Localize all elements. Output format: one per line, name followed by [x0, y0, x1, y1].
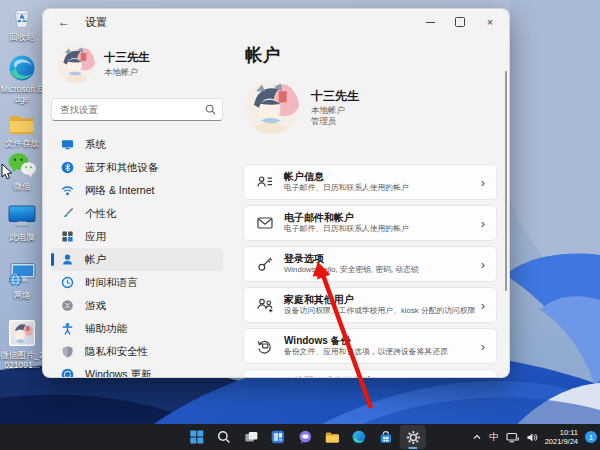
- start-icon: [190, 430, 204, 444]
- sidebar-item-label: 应用: [85, 230, 106, 244]
- settings-window: ← 设置 ×: [42, 8, 510, 378]
- gaming-icon: [61, 299, 74, 312]
- chat-icon: [297, 430, 312, 444]
- sidebar-item-privacy-security[interactable]: 隐私和安全性: [51, 340, 223, 363]
- windows-update-icon: [61, 368, 74, 378]
- network-wifi-icon: [61, 184, 74, 197]
- card-email-accounts[interactable]: 电子邮件和帐户 电子邮件、日历和联系人使用的帐户 ›: [243, 205, 497, 241]
- sidebar-user-type: 本地帐户: [104, 67, 150, 79]
- desktop-icon-label: 微信: [0, 181, 44, 191]
- chat-button[interactable]: [292, 425, 318, 449]
- chevron-right-icon: ›: [481, 216, 485, 231]
- clock[interactable]: 10:11 2021/9/24: [545, 428, 578, 446]
- desktop-icon-this-pc[interactable]: 此电脑: [0, 203, 44, 242]
- card-work-school-account[interactable]: 连接工作或学校帐户: [243, 369, 497, 378]
- task-view-icon: [243, 430, 258, 444]
- sidebar-item-label: 网络 & Internet: [85, 184, 154, 198]
- edge-button[interactable]: [346, 425, 372, 449]
- card-account-info[interactable]: 帐户信息 电子邮件、日历和联系人使用的帐户 ›: [243, 164, 497, 200]
- card-title: Windows 备份: [284, 335, 448, 347]
- desktop-icon-label: 此电脑: [0, 232, 44, 242]
- maximize-button[interactable]: [445, 9, 475, 35]
- store-button[interactable]: [373, 425, 399, 449]
- card-title: 帐户信息: [284, 171, 409, 183]
- card-title: 电子邮件和帐户: [284, 212, 409, 224]
- mouse-cursor-icon: [1, 163, 13, 180]
- sidebar-item-personalization[interactable]: 个性化: [51, 202, 223, 225]
- work-school-icon: [256, 376, 274, 378]
- file-explorer-button[interactable]: [319, 425, 345, 449]
- settings-button[interactable]: [400, 425, 426, 449]
- profile-role: 管理员: [311, 116, 359, 127]
- close-button[interactable]: ×: [475, 9, 505, 35]
- account-info-icon: [256, 173, 274, 191]
- sidebar-item-label: 游戏: [85, 299, 106, 313]
- sidebar-item-accounts[interactable]: 帐户: [51, 248, 223, 271]
- sidebar-item-gaming[interactable]: 游戏: [51, 294, 223, 317]
- network-icon: [7, 261, 37, 288]
- this-pc-icon: [7, 203, 37, 230]
- settings-icon: [405, 430, 420, 445]
- store-icon: [379, 430, 393, 444]
- scrollbar[interactable]: [505, 71, 507, 291]
- notification-badge[interactable]: 1: [585, 431, 597, 443]
- profile-avatar: [245, 80, 299, 134]
- sidebar-item-accessibility[interactable]: 辅助功能: [51, 317, 223, 340]
- card-title: 连接工作或学校帐户: [284, 376, 374, 378]
- settings-main-pane: 帐户 十三: [233, 35, 509, 378]
- sidebar-item-system[interactable]: 系统: [51, 133, 223, 156]
- card-title: 家庭和其他用户: [284, 294, 475, 306]
- card-family-other-users[interactable]: 家庭和其他用户 设备访问权限、工作或学校用户、kiosk 分配的访问权限 ›: [243, 287, 497, 323]
- apps-icon: [61, 230, 74, 243]
- search-input[interactable]: [51, 98, 223, 121]
- email-icon: [256, 214, 274, 232]
- desktop-icon-label: 微信图片_2021091...: [0, 350, 44, 370]
- tray-chevron-up-icon[interactable]: [472, 432, 482, 442]
- settings-search: [51, 98, 223, 121]
- sidebar-item-label: 蓝牙和其他设备: [85, 161, 159, 175]
- account-profile: 十三先生 本地帐户 管理员: [245, 80, 509, 134]
- start-button[interactable]: [184, 425, 210, 449]
- minimize-button[interactable]: [415, 9, 445, 35]
- widgets-button[interactable]: [265, 425, 291, 449]
- sidebar-user[interactable]: 十三先生 本地帐户: [57, 42, 223, 86]
- sidebar-item-label: 辅助功能: [85, 322, 127, 336]
- desktop-icon-folder[interactable]: 文件存放: [0, 112, 44, 148]
- back-button[interactable]: ←: [51, 15, 77, 29]
- card-windows-backup[interactable]: Windows 备份 备份文件、应用和首选项，以便跨设备将其还原 ›: [243, 328, 497, 364]
- page-title: 帐户: [245, 43, 509, 67]
- search-button[interactable]: [211, 425, 237, 449]
- desktop-icon-image-file[interactable]: 微信图片_2021091...: [0, 318, 44, 370]
- window-title: 设置: [85, 15, 107, 30]
- sidebar-item-time-language[interactable]: 时间和语言: [51, 271, 223, 294]
- volume-tray-icon[interactable]: [526, 432, 538, 443]
- sidebar-nav: 系统 蓝牙和其他设备 网络 & Internet: [51, 133, 223, 378]
- sidebar-item-windows-update[interactable]: Windows 更新: [51, 363, 223, 378]
- settings-cards: 帐户信息 电子邮件、日历和联系人使用的帐户 › 电子邮件和帐户 电子邮: [243, 164, 497, 378]
- recycle-bin-icon: [9, 4, 35, 30]
- ime-indicator[interactable]: 中: [489, 431, 499, 444]
- search-icon: [217, 430, 231, 444]
- desktop-icon-label: 回收站: [0, 32, 44, 42]
- chevron-right-icon: ›: [481, 339, 485, 354]
- user-avatar: [57, 45, 95, 83]
- sidebar-item-label: 系统: [85, 138, 106, 152]
- profile-account-type: 本地帐户: [311, 105, 359, 116]
- card-sign-in-options[interactable]: 登录选项 Windows Hello, 安全密钥, 密码, 动态锁 ›: [243, 246, 497, 282]
- desktop-icon-recycle-bin[interactable]: 回收站: [0, 4, 44, 42]
- backup-icon: [256, 337, 274, 355]
- sidebar-item-bluetooth-devices[interactable]: 蓝牙和其他设备: [51, 156, 223, 179]
- desktop-icon-network[interactable]: 网络: [0, 261, 44, 300]
- sidebar-item-apps[interactable]: 应用: [51, 225, 223, 248]
- desktop-icon-label: 文件存放: [0, 138, 44, 148]
- titlebar[interactable]: ← 设置 ×: [43, 9, 509, 35]
- task-view-button[interactable]: [238, 425, 264, 449]
- card-subtitle: 设备访问权限、工作或学校用户、kiosk 分配的访问权限: [284, 306, 475, 316]
- sidebar-item-network-internet[interactable]: 网络 & Internet: [51, 179, 223, 202]
- personalization-icon: [61, 207, 74, 220]
- card-title: 登录选项: [284, 253, 419, 265]
- desktop-icon-edge[interactable]: Microsoft Edge: [0, 54, 44, 104]
- network-tray-icon[interactable]: [506, 432, 519, 443]
- chevron-right-icon: ›: [481, 175, 485, 190]
- privacy-icon: [61, 345, 74, 358]
